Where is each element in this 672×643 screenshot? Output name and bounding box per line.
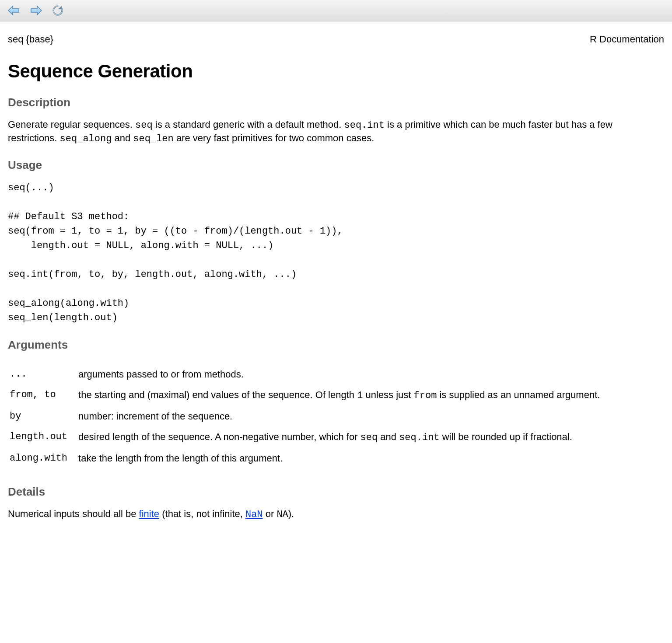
back-button[interactable]	[6, 3, 22, 18]
doc-content: seq {base} R Documentation Sequence Gene…	[0, 21, 672, 545]
arg-desc: take the length from the length of this …	[78, 451, 610, 465]
arg-desc: desired length of the sequence. A non-ne…	[78, 430, 610, 444]
toolbar	[0, 0, 672, 21]
reload-button[interactable]	[50, 3, 66, 18]
code-seq: seq	[135, 120, 153, 131]
table-row: from, to the starting and (maximal) end …	[8, 388, 610, 402]
arguments-table: ... arguments passed to or from methods.…	[8, 360, 610, 472]
arg-name: length.out	[8, 430, 78, 444]
table-row: along.with take the length from the leng…	[8, 451, 610, 465]
back-arrow-icon	[7, 5, 21, 16]
code-seq-int: seq.int	[344, 120, 385, 131]
arg-name: from, to	[8, 388, 78, 402]
forward-button[interactable]	[28, 3, 44, 18]
link-finite[interactable]: finite	[139, 508, 159, 519]
forward-arrow-icon	[29, 5, 42, 16]
section-details: Details	[8, 485, 664, 499]
code-seq-len: seq_len	[133, 133, 173, 144]
rdoc-label: R Documentation	[590, 34, 664, 45]
page-title: Sequence Generation	[8, 61, 664, 82]
arg-desc: arguments passed to or from methods.	[78, 367, 610, 381]
section-usage: Usage	[8, 158, 664, 172]
table-row: ... arguments passed to or from methods.	[8, 367, 610, 381]
arg-name: by	[8, 409, 78, 423]
arg-name: ...	[8, 367, 78, 381]
table-row: by number: increment of the sequence.	[8, 409, 610, 423]
table-row: length.out desired length of the sequenc…	[8, 430, 610, 444]
section-arguments: Arguments	[8, 338, 664, 352]
details-paragraph: Numerical inputs should all be finite (t…	[8, 507, 664, 521]
link-nan[interactable]: NaN	[245, 509, 263, 520]
arg-desc: number: increment of the sequence.	[78, 409, 610, 423]
arg-name: along.with	[8, 451, 78, 465]
topic-package: seq {base}	[8, 34, 53, 45]
reload-icon	[52, 5, 63, 16]
arg-desc: the starting and (maximal) end values of…	[78, 388, 610, 402]
section-description: Description	[8, 96, 664, 109]
usage-code: seq(...) ## Default S3 method: seq(from …	[8, 181, 664, 325]
description-paragraph: Generate regular sequences. seq is a sta…	[8, 118, 664, 145]
meta-row: seq {base} R Documentation	[8, 34, 664, 45]
code-seq-along: seq_along	[60, 133, 112, 144]
